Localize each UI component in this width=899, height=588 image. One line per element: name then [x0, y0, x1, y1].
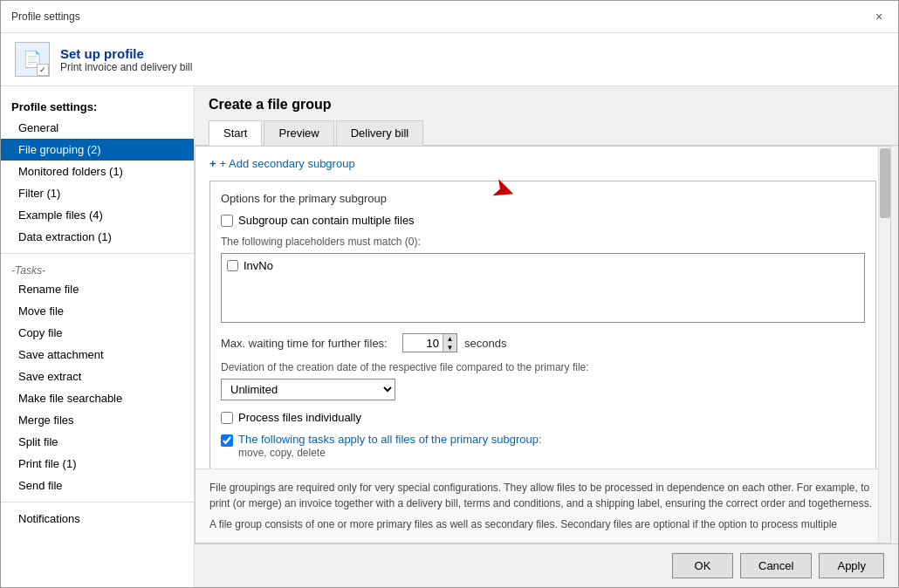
sidebar-item-notifications[interactable]: Notifications: [1, 508, 194, 530]
close-button[interactable]: ×: [870, 8, 888, 25]
max-wait-input[interactable]: [403, 335, 443, 352]
apply-button[interactable]: Apply: [819, 553, 884, 578]
primary-subgroup-box: Options for the primary subgroup Subgrou…: [209, 181, 876, 468]
ok-button[interactable]: OK: [672, 553, 733, 578]
profile-icon-check: ✓: [37, 64, 49, 76]
right-panel-wrapper: Create a file group Start Preview Delive…: [195, 86, 898, 587]
tasks-apply-text-wrapper: The following tasks apply to all files o…: [238, 433, 542, 459]
placeholder-invno-checkbox[interactable]: [227, 260, 238, 271]
title-bar: Profile settings ×: [1, 1, 898, 33]
max-wait-input-wrapper: ▲ ▼: [402, 333, 457, 352]
max-wait-row: Max. waiting time for further files: ▲ ▼…: [221, 333, 865, 352]
process-individually-checkbox[interactable]: [221, 412, 233, 424]
placeholder-list: InvNo: [221, 253, 865, 323]
primary-subgroup-title: Options for the primary subgroup: [221, 192, 865, 205]
sidebar-item-send-file[interactable]: Send file: [1, 475, 194, 496]
sidebar-item-example-files[interactable]: Example files (4): [1, 204, 194, 226]
max-wait-unit: seconds: [464, 337, 506, 350]
tab-preview[interactable]: Preview: [264, 120, 333, 146]
sidebar-divider: [1, 253, 194, 254]
sidebar-item-copy-file[interactable]: Copy file: [1, 322, 194, 344]
sidebar-item-file-grouping[interactable]: File grouping (2): [1, 139, 194, 161]
tasks-apply-label: The following tasks apply to all files o…: [238, 433, 542, 446]
sidebar-item-rename-file[interactable]: Rename file: [1, 278, 194, 300]
placeholders-label: The following placeholders must match (0…: [221, 236, 865, 248]
sidebar-item-data-extraction[interactable]: Data extraction (1): [1, 226, 194, 248]
profile-header: 📄 ✓ Set up profile Print invoice and del…: [1, 33, 898, 86]
tabs: Start Preview Delivery bill: [195, 120, 898, 146]
sidebar-item-move-file[interactable]: Move file: [1, 300, 194, 322]
profile-info: Set up profile Print invoice and deliver…: [60, 46, 192, 73]
process-individually-row: Process files individually: [221, 411, 865, 424]
sidebar-item-monitored-folders[interactable]: Monitored folders (1): [1, 161, 194, 182]
deviation-label: Deviation of the creation date of the re…: [221, 361, 865, 373]
scrollbar-thumb[interactable]: [880, 148, 890, 218]
sidebar-item-print-file[interactable]: Print file (1): [1, 453, 194, 475]
sidebar: Profile settings: General File grouping …: [1, 86, 195, 587]
process-individually-label: Process files individually: [238, 411, 361, 424]
info-text-2: A file group consists of one or more pri…: [209, 516, 876, 532]
bottom-bar: OK Cancel Apply: [195, 544, 898, 587]
panel-inner: ➤ + + Add secondary subgroup Options for…: [195, 146, 891, 544]
sidebar-item-save-attachment[interactable]: Save attachment: [1, 344, 194, 366]
panel-title: Create a file group: [195, 86, 898, 120]
profile-title: Set up profile: [60, 46, 192, 61]
scrollbar-track[interactable]: [878, 147, 890, 543]
spin-up-button[interactable]: ▲: [443, 334, 456, 343]
window-title: Profile settings: [11, 10, 80, 23]
tasks-apply-row: The following tasks apply to all files o…: [221, 433, 865, 459]
sidebar-item-merge-files[interactable]: Merge files: [1, 409, 194, 431]
tab-delivery-bill[interactable]: Delivery bill: [336, 120, 423, 146]
sidebar-item-save-extract[interactable]: Save extract: [1, 366, 194, 387]
profile-icon: 📄 ✓: [15, 42, 50, 77]
cancel-button[interactable]: Cancel: [740, 553, 812, 578]
sidebar-item-split-file[interactable]: Split file: [1, 431, 194, 453]
info-text-1: File groupings are required only for ver…: [209, 480, 876, 511]
multiple-files-checkbox[interactable]: [221, 215, 233, 227]
sidebar-item-make-file-searchable[interactable]: Make file searchable: [1, 387, 194, 409]
main-content: Profile settings: General File grouping …: [1, 86, 898, 587]
multiple-files-row: Subgroup can contain multiple files: [221, 214, 865, 227]
plus-icon: +: [209, 157, 216, 170]
sidebar-divider-2: [1, 502, 194, 503]
tasks-apply-subtext: move, copy, delete: [238, 447, 326, 459]
placeholder-invno-label: InvNo: [244, 259, 273, 272]
max-wait-label: Max. waiting time for further files:: [221, 337, 395, 350]
info-section: File groupings are required only for ver…: [196, 468, 890, 543]
spin-buttons: ▲ ▼: [443, 334, 456, 352]
title-bar-left: Profile settings: [11, 10, 80, 23]
tasks-apply-checkbox[interactable]: [221, 434, 233, 447]
profile-subtitle: Print invoice and delivery bill: [60, 61, 192, 73]
add-subgroup-label: + Add secondary subgroup: [220, 157, 355, 170]
tasks-label: -Tasks-: [1, 259, 194, 278]
placeholder-item: InvNo: [227, 259, 859, 272]
sidebar-section-title: Profile settings:: [1, 93, 194, 117]
add-secondary-subgroup-button[interactable]: + + Add secondary subgroup: [209, 157, 355, 170]
profile-settings-window: Profile settings × 📄 ✓ Set up profile Pr…: [0, 0, 899, 588]
tab-start[interactable]: Start: [209, 120, 262, 146]
panel-content: ➤ + + Add secondary subgroup Options for…: [196, 147, 890, 468]
sidebar-item-filter[interactable]: Filter (1): [1, 182, 194, 204]
deviation-dropdown[interactable]: Unlimited 1 day 2 days 1 week: [221, 379, 395, 400]
spin-down-button[interactable]: ▼: [443, 343, 456, 352]
sidebar-item-general[interactable]: General: [1, 117, 194, 139]
multiple-files-label: Subgroup can contain multiple files: [238, 214, 415, 227]
